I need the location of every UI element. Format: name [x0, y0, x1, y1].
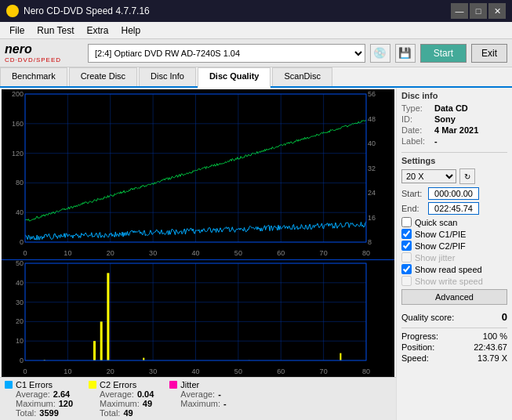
disc-info-section: Disc info Type: Data CD ID: Sony Date: 4… — [401, 91, 507, 146]
toolbar: nero CD·DVD/SPEED [2:4] Optiarc DVD RW A… — [0, 39, 512, 67]
start-label: Start: — [401, 189, 425, 198]
upper-chart-canvas — [2, 89, 394, 259]
quality-score-label: Quality score: — [401, 313, 454, 322]
disc-label-val: - — [434, 136, 438, 146]
app-title: Nero CD-DVD Speed 4.7.7.16 — [24, 5, 150, 16]
show-c1pie-row: Show C1/PIE — [401, 229, 507, 239]
quality-score-row: Quality score: 0 — [401, 311, 507, 323]
quality-score-value: 0 — [502, 311, 507, 323]
quick-scan-row: Quick scan — [401, 217, 507, 227]
c1-avg-label: Average: — [16, 389, 50, 399]
app-icon — [6, 5, 19, 17]
show-write-speed-checkbox[interactable] — [401, 276, 412, 286]
show-c1pie-label: Show C1/PIE — [415, 230, 466, 239]
sidebar: Disc info Type: Data CD ID: Sony Date: 4… — [396, 88, 512, 420]
c2-color-dot — [89, 381, 96, 389]
upper-chart — [2, 89, 394, 260]
start-time-row: Start: — [401, 187, 507, 200]
progress-label: Progress: — [401, 331, 438, 341]
nero-logo-text: nero — [5, 42, 32, 56]
end-time-input[interactable] — [428, 202, 479, 215]
disc-date-row: Date: 4 Mar 2021 — [401, 125, 507, 135]
show-read-speed-label: Show read speed — [415, 265, 482, 274]
position-label: Position: — [401, 342, 434, 352]
show-jitter-checkbox[interactable] — [401, 252, 412, 262]
disc-label-key: Label: — [401, 136, 431, 146]
show-read-speed-row: Show read speed — [401, 264, 507, 274]
disc-id-val: Sony — [434, 114, 456, 124]
menu-extra[interactable]: Extra — [80, 24, 114, 38]
disc-date-key: Date: — [401, 125, 431, 135]
disc-type-val: Data CD — [434, 103, 468, 113]
start-time-input[interactable] — [428, 187, 479, 200]
menu-bar: File Run Test Extra Help — [0, 22, 512, 39]
c1-total-value: 3599 — [39, 408, 58, 418]
start-button[interactable]: Start — [420, 44, 467, 63]
jitter-avg-value: - — [218, 389, 221, 399]
drive-select[interactable]: [2:4] Optiarc DVD RW AD-7240S 1.04 — [88, 44, 365, 63]
c1-color-dot — [5, 381, 13, 389]
speed-label-display: Speed: — [401, 353, 429, 363]
exit-button[interactable]: Exit — [471, 44, 507, 63]
progress-value: 100 % — [483, 331, 507, 341]
c1-total-label: Total: — [16, 408, 36, 418]
minimize-button[interactable]: — — [451, 3, 468, 19]
menu-help[interactable]: Help — [115, 24, 147, 38]
disc-info-title: Disc info — [401, 91, 507, 100]
c1-max-label: Maximum: — [16, 399, 56, 408]
show-jitter-row: Show jitter — [401, 252, 507, 262]
show-write-speed-row: Show write speed — [401, 276, 507, 286]
position-row: Position: 22:43.67 — [401, 342, 507, 352]
progress-row: Progress: 100 % — [401, 331, 507, 341]
maximize-button[interactable]: □ — [470, 3, 487, 19]
disc-id-row: ID: Sony — [401, 114, 507, 124]
end-label: End: — [401, 204, 425, 213]
show-read-speed-checkbox[interactable] — [401, 264, 412, 274]
show-jitter-label: Show jitter — [415, 253, 455, 262]
speed-select[interactable]: 20 X — [401, 169, 456, 183]
jitter-color-dot — [169, 381, 177, 389]
c1-legend: C1 Errors Average: 2.64 Maximum: 120 Tot… — [5, 380, 73, 418]
disc-date-val: 4 Mar 2021 — [434, 125, 478, 135]
c1-max-value: 120 — [59, 399, 73, 408]
c2-total-label: Total: — [100, 408, 120, 418]
settings-title: Settings — [401, 156, 507, 165]
show-c2pif-label: Show C2/PIF — [415, 241, 466, 251]
jitter-legend: Jitter Average: - Maximum: - — [169, 380, 226, 418]
disc-id-key: ID: — [401, 114, 431, 124]
title-bar-left: Nero CD-DVD Speed 4.7.7.16 — [6, 5, 150, 17]
show-c2pif-row: Show C2/PIF — [401, 241, 507, 251]
menu-run-test[interactable]: Run Test — [31, 24, 80, 38]
jitter-avg-label: Average: — [180, 389, 215, 399]
tab-scan-disc[interactable]: ScanDisc — [272, 67, 332, 86]
quick-scan-label: Quick scan — [415, 218, 457, 227]
c1-avg-value: 2.64 — [53, 389, 70, 399]
c2-label: C2 Errors — [100, 380, 136, 389]
tab-bar: Benchmark Create Disc Disc Info Disc Qua… — [0, 67, 512, 88]
speed-row-display: Speed: 13.79 X — [401, 353, 507, 363]
toolbar-drive-icon[interactable]: 💿 — [370, 44, 390, 63]
quick-scan-checkbox[interactable] — [401, 217, 412, 227]
refresh-button[interactable]: ↻ — [459, 168, 475, 184]
tab-create-disc[interactable]: Create Disc — [69, 67, 137, 86]
jitter-max-value: - — [223, 399, 227, 408]
nero-logo-subtitle: CD·DVD/SPEED — [5, 56, 61, 63]
chart-wrapper: C1 Errors Average: 2.64 Maximum: 120 Tot… — [0, 88, 396, 420]
jitter-label: Jitter — [180, 380, 199, 389]
advanced-button[interactable]: Advanced — [401, 289, 507, 305]
progress-section: Progress: 100 % Position: 22:43.67 Speed… — [401, 331, 507, 363]
tab-benchmark[interactable]: Benchmark — [0, 67, 67, 86]
close-button[interactable]: ✕ — [488, 3, 506, 19]
c2-avg-value: 0.04 — [137, 389, 154, 399]
show-c2pif-checkbox[interactable] — [401, 241, 412, 251]
toolbar-save-icon[interactable]: 💾 — [395, 44, 416, 63]
jitter-max-label: Maximum: — [180, 399, 220, 408]
c2-max-value: 49 — [143, 399, 152, 408]
menu-file[interactable]: File — [3, 24, 31, 38]
tab-disc-quality[interactable]: Disc Quality — [198, 67, 271, 88]
settings-section: Settings 20 X ↻ Start: End: Quick scan — [401, 156, 507, 305]
show-c1pie-checkbox[interactable] — [401, 229, 412, 239]
end-time-row: End: — [401, 202, 507, 215]
tab-disc-info[interactable]: Disc Info — [139, 67, 196, 86]
legend-bar: C1 Errors Average: 2.64 Maximum: 120 Tot… — [0, 377, 396, 420]
